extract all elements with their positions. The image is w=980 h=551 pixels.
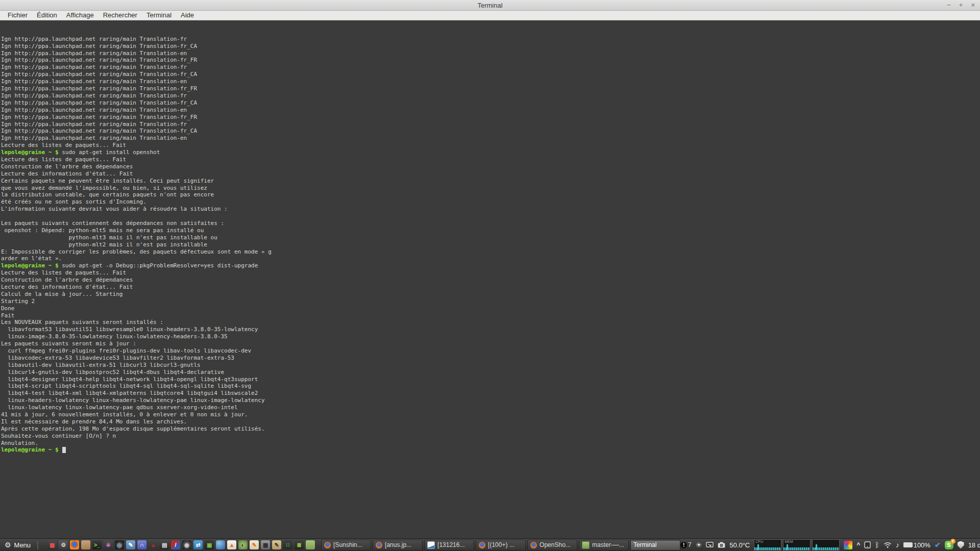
terminal-pane[interactable]: Ign http://ppa.launchpad.net raring/main… (0, 20, 980, 539)
taskbar-window-openshot[interactable]: OpenSho... (527, 540, 577, 550)
headphones-icon[interactable]: ∩ (137, 540, 146, 549)
terminal-launcher-icon[interactable]: >_ (92, 540, 102, 549)
lives-video-icon[interactable]: ▣ (205, 540, 214, 549)
taskbar-window-tabs[interactable]: [(100+) ... (476, 540, 526, 550)
terminal-line (1, 213, 980, 220)
video-editor-icon[interactable]: ▤ (160, 540, 169, 549)
terminal-line: libcurl4-gnutls-dev libpostproc52 libqt4… (1, 369, 980, 376)
window-titlebar[interactable]: Terminal − + × (0, 0, 980, 11)
terminal-line: E: Impossible de corriger les problèmes,… (1, 248, 980, 256)
display-icon[interactable] (706, 542, 714, 548)
taskbar-window-terminal[interactable]: >_Terminal (630, 540, 680, 550)
green-swirl-icon[interactable]: ◐ (238, 540, 248, 549)
shield-icon[interactable] (958, 541, 964, 549)
menu-item-aide[interactable]: Aide (176, 11, 199, 20)
terminal-line: curl ffmpeg frei0r-plugins frei0r-plugin… (1, 347, 980, 355)
taskbar-window-label: [anus.jp... (385, 541, 411, 548)
gear-icon: ⚙ (5, 541, 11, 549)
menu-button[interactable]: ⚙ Menu (0, 539, 35, 551)
battery-icon (903, 542, 912, 547)
maximize-button[interactable]: + (959, 0, 963, 10)
folder-icon (582, 541, 590, 549)
terminal-line: Certains paquets ne peuvent être install… (1, 178, 980, 185)
menu-item-terminal[interactable]: Terminal (142, 11, 176, 20)
menu-item-rechercher[interactable]: Rechercher (99, 11, 142, 20)
terminal-line: Ign http://ppa.launchpad.net raring/main… (1, 135, 980, 142)
net-graph[interactable] (812, 539, 840, 550)
update-check-icon[interactable]: ✔ (935, 541, 941, 549)
screenshot-tool-icon[interactable]: ⚙ (59, 540, 68, 549)
skype-glyph: S (947, 542, 950, 548)
file-transfer-icon[interactable]: ⇄ (193, 540, 203, 549)
clipboard-edit-icon[interactable]: ✎ (272, 540, 281, 549)
temperature-applet[interactable]: 50.0°C (729, 541, 750, 549)
taskbar-window-label: [131216... (437, 541, 464, 548)
terminal-line: linux-lowlatency linux-lowlatency-pae qd… (1, 404, 980, 411)
taskbar-window-master[interactable]: master-—... (579, 540, 629, 550)
music-note-icon[interactable]: ♪ (896, 541, 899, 548)
terminal-line: Ign http://ppa.launchpad.net raring/main… (1, 78, 980, 85)
tablet-icon[interactable] (864, 541, 871, 548)
audio-editor-icon[interactable]: ≣ (295, 540, 304, 549)
taskbar-window-sunshine[interactable]: [Sunshin... (321, 540, 371, 550)
shell-command: sudo apt-get install openshot (62, 149, 160, 156)
terminal-line: libavformat53 libavutil51 libswresample0… (1, 326, 980, 333)
files-folder-icon[interactable] (306, 540, 315, 549)
terminal-line: Il est nécessaire de prendre 84,4 Mo dan… (1, 418, 980, 425)
keyboard-edit-icon[interactable]: ▦ (261, 540, 270, 549)
collapse-chevron-icon[interactable]: ^ (856, 541, 860, 548)
skype-badge: 9 (950, 539, 955, 544)
menu-item-fichier[interactable]: Fichier (3, 11, 32, 20)
terminal-line: lepole@graine ~ $ sudo apt-get -o Debug:… (1, 262, 980, 269)
package-installer-icon[interactable]: ↓ (81, 540, 90, 549)
terminal-line: Construction de l'arbre des dépendances (1, 163, 980, 170)
terminal-line: la distribution unstable, que certains p… (1, 191, 980, 198)
skype-icon[interactable]: S 9 (945, 541, 953, 549)
blue-globe-icon[interactable] (216, 540, 225, 549)
terminal-line: Ign http://ppa.launchpad.net raring/main… (1, 121, 980, 128)
firefox-icon[interactable] (70, 540, 79, 549)
close-button[interactable]: × (971, 0, 975, 10)
firefox-icon (324, 542, 331, 548)
alerts-indicator[interactable]: ! 7 (680, 541, 692, 548)
menu-item-affichage[interactable]: Affichage (62, 11, 99, 20)
color-palette-icon[interactable]: ※ (104, 540, 113, 549)
terminal-line: Ign http://ppa.launchpad.net raring/main… (1, 43, 980, 50)
terminal-line: Lecture des informations d'état... Fait (1, 284, 980, 291)
terminal-line: Ign http://ppa.launchpad.net raring/main… (1, 99, 980, 107)
desktop: Terminal − + × FichierÉditionAffichageRe… (0, 0, 980, 551)
minimize-button[interactable]: − (947, 0, 951, 10)
brightness-icon[interactable]: ☀ (696, 541, 702, 548)
green-dots-icon[interactable]: ∷ (283, 540, 292, 549)
diagonal-tool-icon[interactable]: / (171, 540, 180, 549)
camera-icon[interactable] (718, 542, 725, 548)
taskbar-window-document[interactable]: [131216... (424, 540, 474, 550)
media-cone-icon[interactable]: ▲ (227, 540, 236, 549)
battery-applet[interactable]: 100% (903, 541, 930, 549)
taskbar-window-label: OpenSho... (540, 541, 571, 548)
show-desktop-button[interactable] (37, 541, 38, 549)
clock-date[interactable]: 18 déc. 2013 (968, 541, 980, 549)
calculator-icon[interactable]: ▦ (47, 540, 57, 549)
terminal-line: Lecture des listes de paquets... Fait (1, 269, 980, 277)
color-pinwheel-icon[interactable] (844, 541, 852, 549)
menu-button-label: Menu (14, 541, 31, 549)
menu-item-edition[interactable]: Édition (32, 11, 62, 20)
camera-lens-icon[interactable]: ◎ (115, 540, 124, 549)
terminal-line: python-mlt2 mais il n'est pas installabl… (1, 241, 980, 248)
webcam-icon[interactable]: ◉ (182, 540, 191, 549)
cpu-graph[interactable]: CPU (754, 539, 781, 550)
taskbar-window-anus-jpg[interactable]: [anus.jp... (373, 540, 423, 550)
red-triangle-icon[interactable]: ▲ (149, 540, 158, 549)
notes-icon[interactable]: ✎ (250, 540, 259, 549)
terminal-line: Lecture des informations d'état... Fait (1, 170, 980, 178)
paint-app-icon[interactable]: ✎ (126, 540, 135, 549)
terminal-line: Lecture des listes de paquets... Fait (1, 156, 980, 163)
menu-bar: FichierÉditionAffichageRechercherTermina… (0, 11, 980, 20)
bluetooth-icon[interactable]: ᛒ (875, 541, 879, 548)
mem-graph[interactable]: MEM (783, 539, 811, 550)
window-list: [Sunshin...[anus.jp...[131216...[(100+) … (321, 540, 680, 550)
terminal-line: lepole@graine ~ $ (1, 446, 980, 454)
wifi-icon[interactable] (884, 542, 892, 548)
taskbar-window-label: master-—... (592, 541, 624, 548)
